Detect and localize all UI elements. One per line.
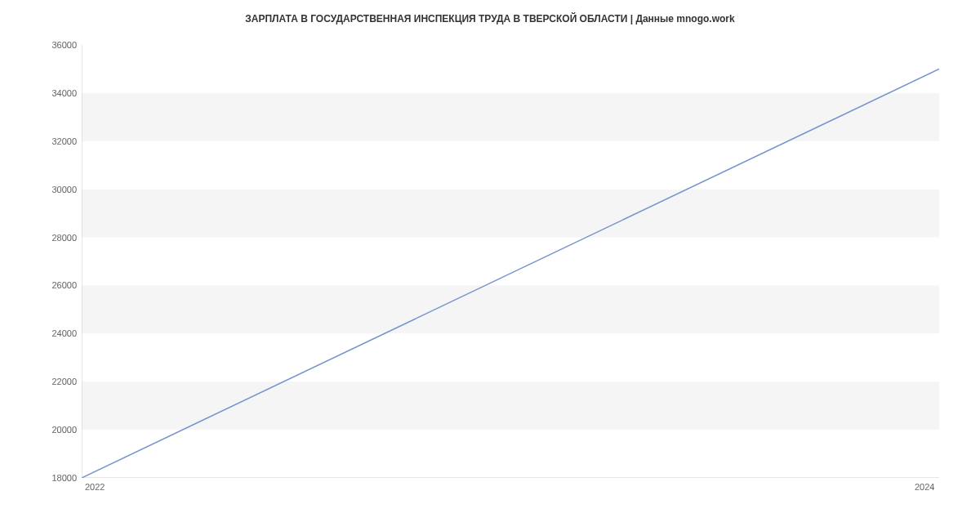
- x-tick-label: 2022: [85, 482, 105, 492]
- grid-band: [82, 285, 939, 333]
- y-tick-label: 26000: [51, 280, 77, 290]
- y-tick-label: 36000: [51, 40, 77, 50]
- grid-bands-group: [82, 93, 939, 430]
- grid-band: [82, 382, 939, 430]
- grid-band: [82, 93, 939, 141]
- chart-title: ЗАРПЛАТА В ГОСУДАРСТВЕННАЯ ИНСПЕКЦИЯ ТРУ…: [0, 0, 980, 25]
- x-tick-label: 2024: [915, 482, 934, 492]
- grid-band: [82, 190, 939, 238]
- y-tick-label: 20000: [51, 425, 77, 435]
- y-tick-label: 22000: [51, 377, 77, 386]
- y-tick-label: 34000: [51, 88, 77, 98]
- chart-svg: [82, 45, 939, 478]
- y-tick-label: 32000: [51, 136, 77, 146]
- y-tick-label: 30000: [51, 185, 77, 194]
- y-tick-label: 24000: [51, 328, 77, 338]
- y-tick-label: 18000: [51, 473, 77, 483]
- y-tick-label: 28000: [51, 233, 77, 243]
- chart-plot-area: [82, 45, 939, 478]
